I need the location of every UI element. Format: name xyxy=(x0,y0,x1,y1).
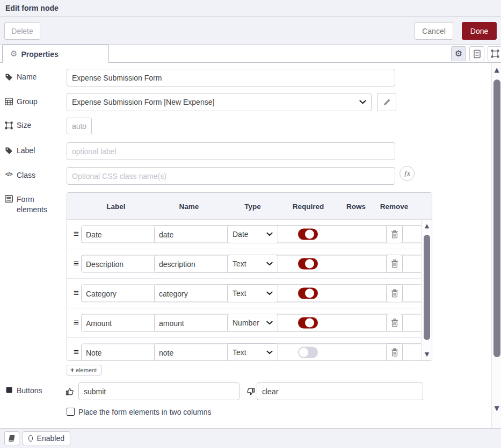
drag-handle[interactable]: ≡ xyxy=(71,288,81,299)
form-elements-table: Label Name Type Required Rows Remove ≡ D… xyxy=(67,192,432,361)
thumbs-down-icon xyxy=(246,387,255,396)
expression-button[interactable]: ƒx xyxy=(400,166,415,181)
required-toggle[interactable] xyxy=(298,347,318,358)
gear-icon: ⚙ xyxy=(455,49,462,58)
element-type-value: Text xyxy=(233,289,246,298)
dialog-footer: Enabled xyxy=(0,428,501,448)
pencil-icon xyxy=(383,99,390,106)
drag-handle[interactable]: ≡ xyxy=(71,258,81,269)
element-type-value: Number xyxy=(233,319,259,327)
size-frame-icon xyxy=(4,121,13,129)
scroll-down-arrow[interactable]: ▼ xyxy=(422,351,432,358)
required-toggle[interactable] xyxy=(298,317,318,329)
plus-icon: + xyxy=(70,366,74,374)
chevron-down-icon xyxy=(359,100,366,104)
trash-icon xyxy=(391,319,398,327)
chevron-down-icon xyxy=(266,232,273,236)
appearance-view-button[interactable] xyxy=(488,46,501,61)
form-elements-label: Form elements xyxy=(4,194,50,215)
class-row: </> Class ƒx xyxy=(0,167,491,185)
col-header-remove: Remove xyxy=(368,193,420,220)
form-element-row: ≡ Text xyxy=(67,249,432,279)
enabled-label: Enabled xyxy=(37,434,64,443)
class-input[interactable] xyxy=(67,167,395,185)
element-type-value: Text xyxy=(233,348,246,357)
toggle-knob xyxy=(305,319,314,328)
tab-properties-label: Properties xyxy=(21,50,58,59)
group-select[interactable]: Expense Submission Form [New Expense] xyxy=(67,93,372,111)
properties-view-button[interactable]: ⚙ xyxy=(451,46,466,61)
tab-properties[interactable]: ⚙ Properties xyxy=(2,45,109,63)
size-label: Size xyxy=(4,121,64,129)
scroll-down-arrow[interactable]: ▼ xyxy=(492,404,501,412)
delete-button[interactable]: Delete xyxy=(4,22,40,40)
name-label: Name xyxy=(4,73,64,81)
square-icon xyxy=(4,387,13,393)
enabled-toggle-button[interactable]: Enabled xyxy=(23,431,70,445)
label-label: Label xyxy=(4,146,64,155)
label-row: Label xyxy=(0,142,491,160)
description-view-button[interactable] xyxy=(469,46,484,61)
drag-handle[interactable]: ≡ xyxy=(71,229,81,240)
list-icon xyxy=(4,195,13,203)
drag-handle[interactable]: ≡ xyxy=(71,317,81,328)
element-type-value: Text xyxy=(233,259,246,268)
element-type-select[interactable]: Number xyxy=(227,314,278,332)
toggle-knob xyxy=(299,348,308,357)
label-input[interactable] xyxy=(67,142,395,160)
required-toggle[interactable] xyxy=(298,229,318,240)
element-type-select[interactable]: Text xyxy=(227,343,278,361)
clear-button-input[interactable] xyxy=(257,382,423,400)
remove-element-button[interactable] xyxy=(386,225,403,243)
form-element-row: ≡ Text xyxy=(67,279,432,308)
element-type-select[interactable]: Text xyxy=(227,255,278,273)
drag-handle[interactable]: ≡ xyxy=(71,347,81,358)
col-header-type: Type xyxy=(227,193,278,220)
chevron-down-icon xyxy=(266,291,273,295)
element-type-select[interactable]: Text xyxy=(227,284,278,302)
dialog-header: Edit form node xyxy=(0,0,501,17)
table-scrollbar-thumb[interactable] xyxy=(424,235,430,340)
scroll-up-arrow[interactable]: ▲ xyxy=(422,222,432,230)
remove-element-button[interactable] xyxy=(386,314,403,332)
remove-element-button[interactable] xyxy=(386,284,403,302)
table-header: Label Name Type Required Rows Remove xyxy=(67,193,432,220)
trash-icon xyxy=(391,259,398,268)
size-button[interactable]: auto xyxy=(67,118,92,134)
table-scrollbar: ▲ ▼ xyxy=(421,220,432,361)
element-type-select[interactable]: Date xyxy=(227,225,278,243)
dialog-title: Edit form node xyxy=(5,4,59,12)
tag-icon xyxy=(4,147,13,155)
remove-element-button[interactable] xyxy=(386,255,403,273)
submit-button-input[interactable] xyxy=(78,382,239,400)
status-circle-icon xyxy=(28,435,33,442)
group-select-value: Expense Submission Form [New Expense] xyxy=(72,98,214,106)
required-toggle[interactable] xyxy=(298,288,318,299)
col-header-label: Label xyxy=(81,193,151,220)
name-input[interactable] xyxy=(67,69,395,86)
chevron-down-icon xyxy=(266,350,273,355)
book-icon xyxy=(8,435,16,442)
thumbs-up-icon xyxy=(66,387,74,396)
scroll-up-arrow[interactable]: ▲ xyxy=(492,66,501,74)
toggle-knob xyxy=(305,289,314,298)
size-row: Size auto xyxy=(0,118,491,134)
required-toggle[interactable] xyxy=(298,258,318,270)
toggle-knob xyxy=(305,259,314,269)
code-icon: </> xyxy=(4,171,13,177)
edit-group-button[interactable] xyxy=(377,93,396,111)
cancel-button[interactable]: Cancel xyxy=(415,22,453,40)
main-scrollbar-thumb[interactable] xyxy=(493,80,500,357)
node-info-button[interactable] xyxy=(4,431,19,445)
gear-icon: ⚙ xyxy=(10,50,17,58)
toggle-knob xyxy=(305,230,314,239)
class-label: </> Class xyxy=(4,171,64,179)
done-button[interactable]: Done xyxy=(462,22,497,40)
two-columns-checkbox[interactable] xyxy=(67,408,75,416)
add-element-button[interactable]: + element xyxy=(67,365,101,375)
edit-form-node-dialog: Edit form node Delete Cancel Done ⚙ Prop… xyxy=(0,0,501,448)
trash-icon xyxy=(391,230,398,239)
table-body: ≡ Date ≡ Text xyxy=(67,220,432,361)
remove-element-button[interactable] xyxy=(386,343,403,361)
col-header-required: Required xyxy=(281,193,336,220)
